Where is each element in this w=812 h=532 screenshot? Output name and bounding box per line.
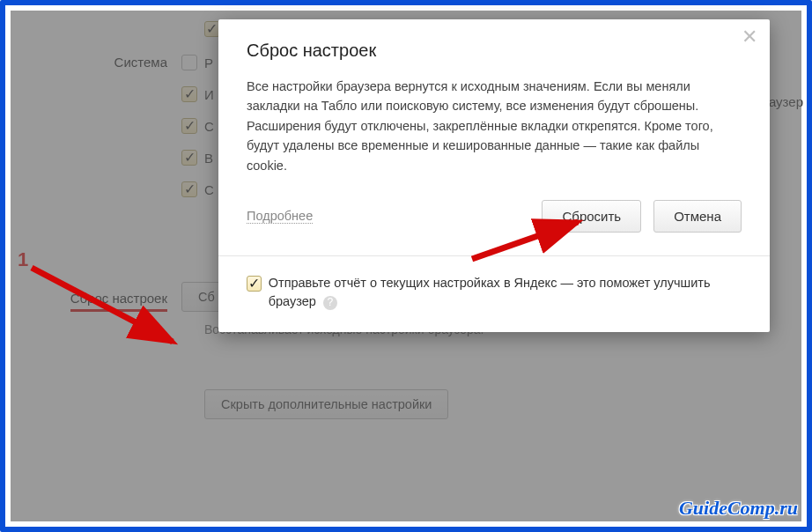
details-link[interactable]: Подробнее — [247, 209, 313, 224]
reset-confirm-button[interactable]: Сбросить — [542, 200, 641, 233]
checkbox-icon[interactable]: ✓ — [247, 276, 262, 292]
close-icon[interactable]: ✕ — [740, 28, 759, 48]
dialog-body: Все настройки браузера вернутся к исходн… — [247, 77, 742, 175]
watermark: GuideComp.ru — [679, 497, 798, 520]
separator — [218, 255, 770, 256]
dialog-title: Сброс настроек — [247, 41, 742, 61]
help-icon[interactable]: ? — [323, 296, 337, 310]
cancel-button[interactable]: Отмена — [653, 200, 742, 233]
reset-settings-dialog: ✕ Сброс настроек Все настройки браузера … — [218, 19, 770, 332]
